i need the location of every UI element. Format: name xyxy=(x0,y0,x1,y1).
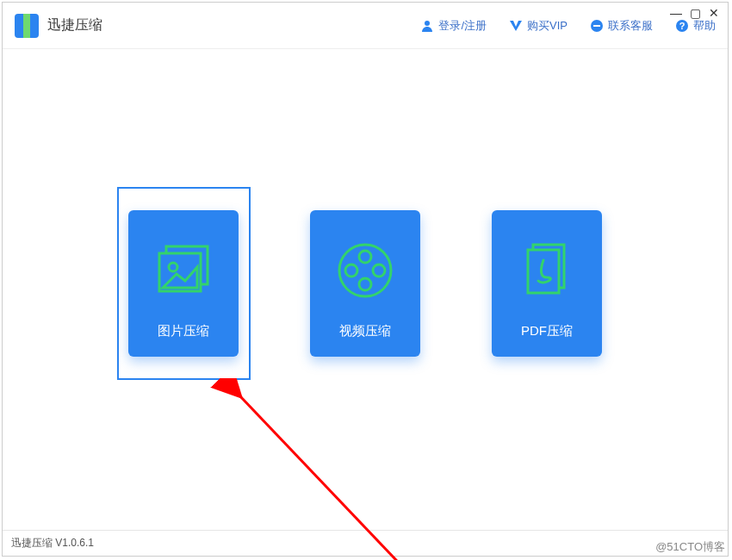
login-link[interactable]: 登录/注册 xyxy=(420,18,487,34)
image-compress-tile-wrap: 图片压缩 xyxy=(117,187,251,380)
app-logo-icon xyxy=(15,14,39,38)
svg-rect-2 xyxy=(593,25,600,27)
app-title: 迅捷压缩 xyxy=(47,16,102,34)
svg-point-8 xyxy=(339,245,391,296)
svg-point-10 xyxy=(359,278,371,290)
svg-rect-14 xyxy=(528,250,559,293)
vip-label: 购买VIP xyxy=(527,18,568,34)
chat-icon xyxy=(590,19,604,33)
tile-row: 图片压缩 视频压缩 xyxy=(117,187,614,530)
svg-text:?: ? xyxy=(679,21,685,31)
titlebar: 迅捷压缩 登录/注册 购买VIP 联系客服 xyxy=(3,3,728,49)
window-controls: — ▢ ✕ xyxy=(667,6,723,20)
header-actions: 登录/注册 购买VIP 联系客服 ? 帮助 xyxy=(420,18,716,34)
pdf-compress-tile-wrap: PDF压缩 xyxy=(481,187,614,380)
image-compress-label: 图片压缩 xyxy=(158,323,209,339)
svg-point-11 xyxy=(345,264,357,277)
help-link[interactable]: ? 帮助 xyxy=(675,18,716,34)
video-compress-label: 视频压缩 xyxy=(339,323,391,339)
image-icon xyxy=(152,222,214,318)
pdf-compress-tile[interactable]: PDF压缩 xyxy=(492,210,602,357)
video-compress-tile[interactable]: 视频压缩 xyxy=(310,210,420,357)
svg-point-9 xyxy=(359,251,371,263)
minimize-button[interactable]: — xyxy=(667,6,685,20)
image-compress-tile[interactable]: 图片压缩 xyxy=(128,210,239,357)
support-label: 联系客服 xyxy=(608,18,653,34)
pdf-compress-label: PDF压缩 xyxy=(521,323,573,339)
version-label: 迅捷压缩 V1.0.6.1 xyxy=(11,536,94,551)
vip-link[interactable]: 购买VIP xyxy=(509,18,568,34)
main-area: 图片压缩 视频压缩 xyxy=(3,49,728,530)
maximize-button[interactable]: ▢ xyxy=(686,6,704,20)
help-icon: ? xyxy=(675,19,689,33)
app-window: — ▢ ✕ 迅捷压缩 登录/注册 购买VIP xyxy=(2,2,729,557)
svg-point-0 xyxy=(425,21,430,26)
svg-point-12 xyxy=(373,264,385,277)
footer: 迅捷压缩 V1.0.6.1 xyxy=(3,530,728,556)
login-label: 登录/注册 xyxy=(438,18,487,34)
close-button[interactable]: ✕ xyxy=(705,6,723,20)
help-label: 帮助 xyxy=(693,18,716,34)
video-reel-icon xyxy=(334,222,396,318)
pdf-icon xyxy=(516,222,578,318)
user-icon xyxy=(420,19,434,33)
vip-icon xyxy=(509,19,523,33)
support-link[interactable]: 联系客服 xyxy=(590,18,653,34)
watermark: @51CTO博客 xyxy=(655,539,725,555)
video-compress-tile-wrap: 视频压缩 xyxy=(299,187,432,380)
